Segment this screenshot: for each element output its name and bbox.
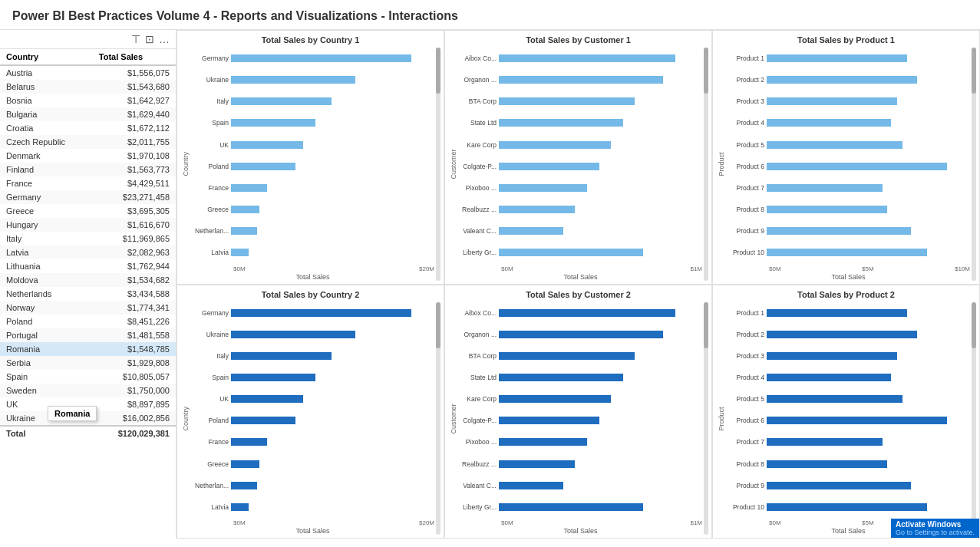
bar-fill [767, 331, 917, 338]
table-row[interactable]: Italy$11,969,865 [0, 232, 176, 245]
country-cell: Netherlands [0, 287, 93, 301]
bar-label: Valeant C... [459, 227, 499, 235]
table-row[interactable]: Serbia$1,929,808 [0, 356, 176, 370]
bar-track [499, 309, 699, 317]
scrollbar-thumb[interactable] [704, 302, 708, 348]
table-row[interactable]: Lithuania$1,762,944 [0, 259, 176, 273]
bar-fill [767, 460, 887, 468]
bar-fill [499, 417, 599, 424]
table-row[interactable]: Romania$1,548,785 [0, 342, 176, 356]
bar-row: Germany [191, 53, 431, 64]
more-icon[interactable]: … [159, 33, 170, 45]
bar-row: Greece [191, 459, 431, 470]
bar-track [499, 503, 699, 511]
table-row[interactable]: Bosnia$1,642,927 [0, 94, 176, 107]
x-axis-ticks: $0M$20M [191, 265, 434, 272]
bar-track [499, 163, 699, 170]
sales-cell: $1,762,944 [93, 259, 176, 273]
table-row[interactable]: France$4,429,511 [0, 176, 176, 190]
x-axis-title: Total Sales [191, 273, 434, 281]
bar-fill [499, 54, 675, 62]
country-cell: Bosnia [0, 94, 93, 107]
bar-track [499, 331, 699, 338]
sales-cell: $1,629,440 [93, 107, 176, 121]
table-row[interactable]: Spain$10,805,057 [0, 370, 176, 384]
table-row[interactable]: Greece$3,695,305 [0, 204, 176, 218]
sales-table: Country Total Sales Austria$1,556,075Bel… [0, 49, 176, 440]
scrollbar[interactable] [704, 48, 708, 281]
scrollbar-thumb[interactable] [436, 302, 441, 348]
activate-label: Activate Windows [896, 520, 975, 529]
bar-track [231, 503, 431, 511]
scrollbar[interactable] [436, 48, 441, 281]
x-axis-ticks: $0M$20M [191, 519, 434, 526]
table-row[interactable]: Germany$23,271,458 [0, 190, 176, 204]
bar-fill [231, 163, 295, 170]
scrollbar-thumb[interactable] [436, 48, 441, 94]
sales-cell: $1,481,558 [93, 328, 176, 342]
table-row[interactable]: Portugal$1,481,558 [0, 328, 176, 342]
bar-row: Product 4 [727, 117, 967, 128]
table-row[interactable]: Norway$1,774,341 [0, 301, 176, 315]
scrollbar-thumb[interactable] [972, 302, 976, 348]
scrollbar-thumb[interactable] [704, 48, 708, 94]
chart-area: ProductProduct 1Product 2Product 3Produc… [716, 302, 976, 535]
bar-row: Spain [191, 117, 431, 128]
sales-cell: $16,002,856 [93, 411, 176, 426]
chart-area: CountryGermanyUkraineItalySpainUKPolandF… [180, 302, 441, 535]
table-row[interactable]: Bulgaria$1,629,440 [0, 107, 176, 121]
bar-row: Product 4 [727, 372, 967, 383]
bar-fill [499, 141, 611, 149]
table-row[interactable]: Moldova$1,534,682 [0, 273, 176, 287]
bar-label: Poland [191, 417, 231, 424]
scrollbar[interactable] [972, 302, 976, 535]
scrollbar[interactable] [704, 302, 708, 535]
table-row[interactable]: Denmark$1,970,108 [0, 149, 176, 163]
y-axis-label: Country [180, 48, 191, 281]
scrollbar-thumb[interactable] [972, 48, 976, 94]
country-cell: Lithuania [0, 259, 93, 273]
scrollbar[interactable] [972, 48, 976, 281]
table-row[interactable]: Netherlands$3,434,588 [0, 287, 176, 301]
bar-row: Product 3 [727, 96, 967, 107]
scrollbar[interactable] [436, 302, 441, 535]
bar-label: France [191, 184, 231, 192]
x-tick: $0M [233, 265, 246, 272]
bar-row: Spain [191, 372, 431, 383]
y-axis-label: Customer [448, 48, 459, 281]
bar-label: Product 7 [727, 184, 767, 192]
bar-track [231, 352, 431, 360]
bar-label: Aibox Co... [459, 309, 499, 317]
sales-cell: $2,082,963 [93, 245, 176, 259]
table-row[interactable]: Belarus$1,543,680 [0, 80, 176, 94]
table-row[interactable]: Hungary$1,616,670 [0, 218, 176, 232]
bar-label: Product 2 [727, 331, 767, 338]
bar-label: Organon ... [459, 76, 499, 84]
bar-label: Product 1 [727, 309, 767, 317]
bar-track [231, 417, 431, 424]
bar-fill [499, 438, 587, 446]
y-axis-label: Product [716, 48, 727, 281]
bar-fill [231, 97, 332, 105]
x-tick: $0M [769, 265, 781, 272]
bar-label: Product 5 [727, 395, 767, 403]
bar-track [231, 374, 431, 381]
country-cell: Germany [0, 190, 93, 204]
bar-label: France [191, 438, 231, 446]
country-cell: Serbia [0, 356, 93, 370]
table-row[interactable]: Latvia$2,082,963 [0, 245, 176, 259]
table-row[interactable]: Finland$1,563,773 [0, 163, 176, 176]
bar-row: Product 1 [727, 53, 967, 64]
table-row[interactable]: Croatia$1,672,112 [0, 121, 176, 135]
filter-icon[interactable]: ⊤ [131, 33, 140, 45]
bar-fill [231, 417, 295, 424]
table-row[interactable]: Austria$1,556,075 [0, 65, 176, 80]
expand-icon[interactable]: ⊡ [145, 33, 154, 45]
table-row[interactable]: Poland$8,451,226 [0, 315, 176, 328]
table-row[interactable]: Czech Republic$2,011,755 [0, 135, 176, 149]
bar-label: Greece [191, 460, 231, 468]
table-row[interactable]: Sweden$1,750,000 [0, 384, 176, 397]
country-cell: Bulgaria [0, 107, 93, 121]
bar-track [231, 249, 431, 256]
chart-area: CustomerAibox Co...Organon ...BTA CorpSt… [448, 302, 708, 535]
